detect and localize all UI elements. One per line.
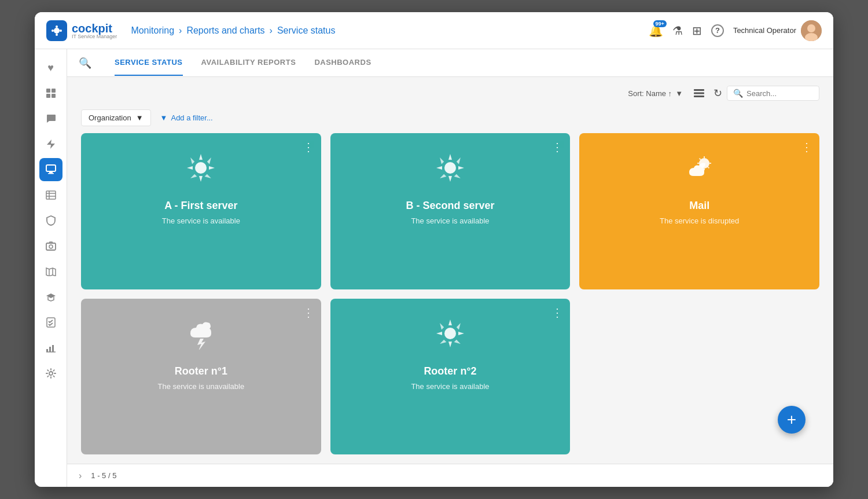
svg-marker-60 [448, 320, 452, 325]
breadcrumb-chevron-2: › [270, 25, 273, 36]
svg-rect-10 [46, 94, 50, 98]
svg-marker-48 [457, 157, 461, 164]
user-menu[interactable]: Technical Operator [733, 20, 822, 41]
card-menu-icon[interactable]: ⋮ [551, 140, 563, 154]
sun-icon [434, 317, 466, 356]
sidebar: ♥ [35, 49, 67, 487]
card-rooter1[interactable]: ⋮ Rooter n°1 The service is unavailable [81, 299, 321, 455]
org-chevron-icon: ▼ [136, 113, 144, 122]
refresh-button[interactable]: ↻ [708, 84, 727, 102]
svg-rect-26 [49, 347, 51, 352]
svg-rect-31 [694, 93, 704, 94]
sidebar-item-dashboard[interactable] [39, 82, 62, 105]
svg-point-33 [195, 162, 207, 174]
app-header: cockpit IT Service Manager Monitoring › … [35, 12, 833, 49]
svg-rect-9 [52, 89, 56, 93]
tab-dashboards[interactable]: DASHBOARDS [314, 50, 371, 76]
svg-marker-34 [199, 154, 203, 160]
card-mail[interactable]: ⋮ [579, 133, 819, 289]
svg-marker-39 [207, 157, 211, 164]
breadcrumb: Monitoring › Reports and charts › Servic… [131, 25, 649, 36]
card-title: B - Second server [406, 200, 494, 212]
sidebar-item-settings[interactable] [39, 362, 62, 385]
svg-rect-30 [694, 89, 704, 91]
card-menu-icon[interactable]: ⋮ [303, 140, 314, 154]
sidebar-item-table[interactable] [39, 184, 62, 207]
card-status: The service is available [162, 217, 240, 225]
svg-point-4 [60, 30, 62, 32]
grid-icon[interactable]: ⊞ [692, 24, 702, 38]
list-view-button[interactable] [690, 84, 708, 102]
svg-marker-58 [197, 339, 205, 350]
fab-add-button[interactable]: + [778, 406, 806, 434]
sidebar-item-chart[interactable] [39, 336, 62, 359]
pagination-chevron-icon[interactable]: › [79, 471, 82, 481]
notification-button[interactable]: 🔔 99+ [649, 24, 663, 38]
card-menu-icon[interactable]: ⋮ [801, 140, 812, 154]
tab-service-status[interactable]: SERVICE STATUS [115, 50, 183, 76]
card-status: The service is unavailable [158, 382, 245, 391]
tab-bar: 🔍 SERVICE STATUS AVAILABILITY REPORTS DA… [67, 49, 833, 77]
sidebar-item-graduation[interactable] [39, 285, 62, 309]
breadcrumb-monitoring[interactable]: Monitoring [131, 25, 174, 36]
svg-rect-14 [48, 173, 54, 174]
sidebar-item-shield[interactable] [39, 209, 62, 232]
svg-rect-8 [46, 89, 50, 93]
svg-marker-36 [187, 166, 193, 170]
sidebar-item-chat[interactable] [39, 107, 62, 130]
svg-rect-12 [46, 165, 56, 171]
filter-icon[interactable]: ⚗ [672, 24, 683, 38]
svg-rect-27 [52, 345, 54, 352]
svg-point-6 [807, 24, 815, 32]
sidebar-item-monitor[interactable] [39, 158, 62, 181]
card-second-server[interactable]: ⋮ [330, 133, 571, 289]
sidebar-item-lightning[interactable] [39, 133, 62, 156]
svg-marker-66 [440, 339, 446, 343]
svg-marker-40 [190, 174, 197, 178]
svg-rect-15 [46, 191, 56, 199]
card-status: The service is available [411, 382, 489, 391]
card-title: Mail [689, 200, 709, 212]
cloud-lightning-icon [185, 317, 217, 356]
svg-marker-41 [205, 174, 211, 178]
sort-control[interactable]: Sort: Name ↑ ▼ [628, 89, 683, 98]
breadcrumb-reports[interactable]: Reports and charts [186, 25, 264, 36]
main-layout: ♥ [35, 49, 833, 487]
cards-grid: ⋮ [67, 133, 833, 464]
tab-search-icon[interactable]: 🔍 [79, 57, 91, 69]
search-icon: 🔍 [733, 89, 743, 98]
breadcrumb-chevron-1: › [179, 25, 182, 36]
card-first-server[interactable]: ⋮ [81, 133, 321, 289]
logo-icon [46, 20, 67, 41]
filter-icon: ▼ [160, 113, 168, 122]
add-filter-button[interactable]: ▼ Add a filter... [156, 110, 218, 126]
content-area: 🔍 SERVICE STATUS AVAILABILITY REPORTS DA… [67, 49, 833, 487]
sun-icon [434, 152, 466, 190]
svg-point-1 [56, 25, 58, 28]
svg-marker-63 [458, 332, 464, 335]
card-rooter2[interactable]: ⋮ [330, 299, 571, 455]
sidebar-item-checklist[interactable] [39, 311, 62, 334]
avatar [801, 20, 822, 41]
svg-marker-64 [440, 323, 444, 329]
card-title: Rooter n°2 [424, 365, 476, 377]
svg-rect-32 [694, 96, 704, 97]
search-input[interactable] [746, 89, 813, 98]
tab-availability-reports[interactable]: AVAILABILITY REPORTS [201, 50, 296, 76]
svg-line-57 [708, 167, 709, 168]
footer: › 1 - 5 / 5 [67, 464, 833, 487]
svg-marker-67 [454, 339, 461, 343]
cloud-sun-icon [683, 152, 716, 190]
card-menu-icon[interactable]: ⋮ [551, 306, 563, 320]
sun-icon [185, 152, 217, 190]
user-name: Technical Operator [733, 26, 796, 35]
sidebar-item-heart[interactable]: ♥ [39, 56, 62, 79]
sidebar-item-map[interactable] [39, 260, 62, 283]
sidebar-item-camera[interactable] [39, 234, 62, 258]
svg-marker-61 [448, 342, 452, 347]
svg-marker-35 [199, 176, 203, 182]
sort-chevron-icon: ▼ [675, 89, 683, 98]
card-menu-icon[interactable]: ⋮ [303, 306, 314, 320]
help-icon[interactable]: ? [711, 24, 724, 37]
organization-select[interactable]: Organization ▼ [81, 109, 151, 126]
